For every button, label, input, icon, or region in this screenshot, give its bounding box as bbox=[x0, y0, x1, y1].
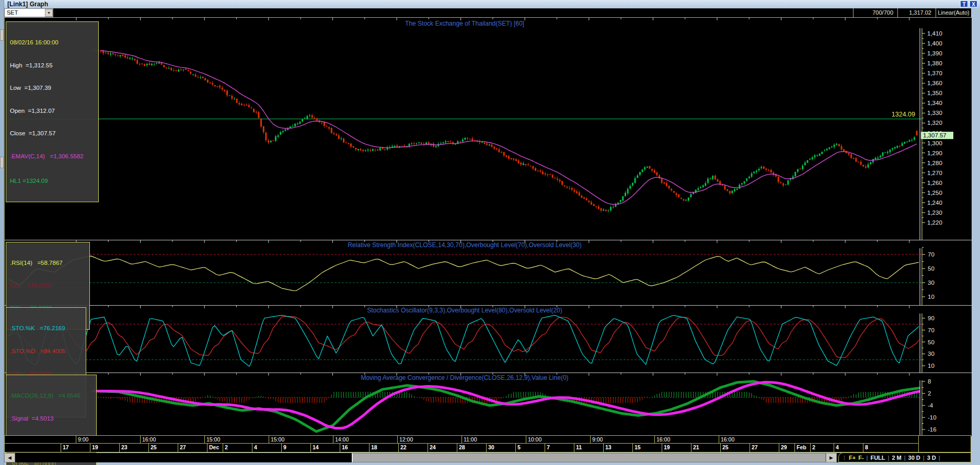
rsi-value: .RSI(14) =58.7867 bbox=[10, 259, 86, 267]
date-cell: 22 bbox=[398, 444, 428, 452]
candlestick-chart[interactable]: The Stock Exchange of Thailand(SET) [60]… bbox=[5, 18, 972, 240]
separator: | bbox=[923, 455, 925, 461]
date-cell: 4 bbox=[834, 444, 863, 452]
svg-text:1,370: 1,370 bbox=[927, 70, 942, 76]
time-axis: 9:0016:0015:0015:0014:0012:0011:0010:009… bbox=[4, 435, 918, 444]
range-button-2m[interactable]: 2 M bbox=[892, 455, 901, 461]
svg-text:1,350: 1,350 bbox=[927, 90, 942, 96]
svg-text:1,320: 1,320 bbox=[927, 120, 942, 126]
toolbar bbox=[4, 8, 971, 18]
scrollbar-thumb[interactable] bbox=[352, 453, 826, 462]
rsi-panel[interactable]: Relative Strength Index(CLOSE,14,30,70),… bbox=[5, 240, 972, 306]
range-button-30d[interactable]: 30 D bbox=[908, 455, 920, 461]
macd-chart[interactable]: Moving Average Convergence / Divergence(… bbox=[5, 373, 972, 436]
sto-k-value: .STO.%K =76.2169 bbox=[10, 324, 82, 332]
time-cell: 14:00 bbox=[333, 436, 397, 443]
svg-text:1,330: 1,330 bbox=[927, 110, 942, 116]
titlebar-t-button[interactable]: T bbox=[960, 1, 968, 7]
date-cell: 7 bbox=[545, 444, 574, 452]
window-title: [Link1] Graph bbox=[7, 1, 48, 8]
date-cell: 27 bbox=[750, 444, 779, 452]
stochastics-panel[interactable]: Stochastics Oscillator(9,3,3),Overbought… bbox=[5, 305, 972, 373]
svg-text:1,307.57: 1,307.57 bbox=[923, 132, 947, 138]
svg-text:1,280: 1,280 bbox=[927, 160, 942, 166]
price-chart-panel[interactable]: The Stock Exchange of Thailand(SET) [60]… bbox=[5, 18, 972, 240]
svg-text:1,270: 1,270 bbox=[927, 170, 942, 176]
background-window-notch bbox=[0, 157, 4, 168]
svg-text:1,300: 1,300 bbox=[927, 140, 942, 146]
date-cell: 16 bbox=[340, 444, 369, 452]
date-cell: 25 bbox=[720, 444, 750, 452]
emav-value: .EMAV(C,14) =1,306.5582 bbox=[10, 153, 95, 160]
separator: | bbox=[904, 455, 906, 461]
graph-window: [Link1] Graph T X SET ▼ 700/700 1,317.02… bbox=[0, 0, 980, 465]
svg-text:2: 2 bbox=[928, 390, 931, 397]
scroll-right-button[interactable]: ▶ bbox=[826, 453, 837, 462]
date-cell: Feb bbox=[794, 444, 810, 452]
close-icon[interactable]: X bbox=[970, 1, 977, 7]
date-cell: 4 bbox=[252, 444, 281, 452]
date-cell: 14 bbox=[310, 444, 340, 452]
scale-mode-cell[interactable]: Linear(Auto) bbox=[936, 8, 971, 17]
rsi-obl-value: OBL =70.0000 bbox=[10, 282, 86, 290]
svg-text:8: 8 bbox=[928, 378, 931, 385]
svg-text:70: 70 bbox=[928, 327, 935, 333]
date-cell: 19 bbox=[662, 444, 691, 452]
time-cell: 10:00 bbox=[526, 436, 590, 443]
window-titlebar[interactable]: [Link1] Graph bbox=[4, 0, 980, 8]
close-value: Close =1,307.57 bbox=[10, 130, 95, 137]
stochastics-chart[interactable]: Stochastics Oscillator(9,3,3),Overbought… bbox=[5, 306, 972, 373]
time-cell: 16:00 bbox=[719, 436, 854, 443]
bars-count-cell: 700/700 bbox=[853, 8, 897, 17]
time-cell: 16:00 bbox=[140, 436, 204, 443]
date-cell: 29 bbox=[779, 444, 794, 452]
background-window-edge bbox=[0, 0, 4, 465]
time-cell: 12:00 bbox=[397, 436, 462, 443]
svg-text:1324.09: 1324.09 bbox=[892, 111, 915, 118]
range-button-f+[interactable]: F+ bbox=[849, 455, 856, 461]
svg-text:1,390: 1,390 bbox=[927, 50, 942, 56]
separator: | bbox=[867, 455, 868, 461]
svg-text:1,380: 1,380 bbox=[927, 60, 942, 66]
range-button-f-[interactable]: F- bbox=[858, 455, 863, 461]
svg-text:1,260: 1,260 bbox=[927, 180, 942, 186]
svg-text:10: 10 bbox=[928, 294, 935, 300]
zoom-controls: ⋮ F+F-|FULL|2 M|30 D|3 D| bbox=[838, 452, 971, 462]
time-cell: 15:00 bbox=[204, 436, 269, 443]
bar-timestamp: 08/02/16 16:00:00 bbox=[10, 39, 95, 47]
separator: | bbox=[939, 455, 940, 461]
date-axis: 1719232527Dec249141618222428305711131519… bbox=[4, 444, 918, 452]
svg-text:10: 10 bbox=[928, 363, 935, 369]
time-cell: 15:00 bbox=[269, 436, 333, 443]
svg-text:-10: -10 bbox=[928, 414, 937, 421]
scroll-left-button[interactable]: ◀ bbox=[4, 453, 15, 462]
date-cell: Dec bbox=[207, 444, 223, 452]
date-cell: 2 bbox=[223, 444, 252, 452]
macd-panel[interactable]: Moving Average Convergence / Divergence(… bbox=[5, 373, 972, 436]
date-cell bbox=[4, 444, 61, 452]
ohlc-info-box: 08/02/16 16:00:00 High =1,312.55 Low =1,… bbox=[6, 21, 99, 202]
time-cell: 9:00 bbox=[590, 436, 654, 443]
date-cell: 30 bbox=[486, 444, 515, 452]
time-cell: 9:00 bbox=[76, 436, 140, 443]
time-cell bbox=[4, 436, 76, 443]
date-cell: 18 bbox=[369, 444, 398, 452]
range-button-3d[interactable]: 3 D bbox=[927, 455, 936, 461]
chevron-down-icon[interactable]: ▼ bbox=[45, 9, 53, 17]
date-cell: 27 bbox=[178, 444, 207, 452]
svg-text:1,360: 1,360 bbox=[927, 80, 942, 86]
axis-corner-box bbox=[918, 435, 971, 452]
date-cell: 8 bbox=[863, 444, 892, 452]
svg-text:30: 30 bbox=[928, 351, 935, 357]
date-cell: 15 bbox=[632, 444, 662, 452]
date-cell: 23 bbox=[119, 444, 148, 452]
range-button-full[interactable]: FULL bbox=[870, 455, 885, 461]
date-cell: 17 bbox=[61, 444, 90, 452]
svg-text:1,250: 1,250 bbox=[927, 190, 942, 196]
hl1-value: HL1 =1324.09 bbox=[10, 177, 95, 185]
rsi-chart[interactable]: Relative Strength Index(CLOSE,14,30,70),… bbox=[5, 240, 972, 306]
svg-text:30: 30 bbox=[928, 280, 935, 286]
high-value: High =1,312.55 bbox=[10, 62, 95, 69]
svg-text:Relative Strength Index(CLOSE,: Relative Strength Index(CLOSE,14,30,70),… bbox=[348, 241, 582, 249]
date-cell: 9 bbox=[281, 444, 310, 452]
